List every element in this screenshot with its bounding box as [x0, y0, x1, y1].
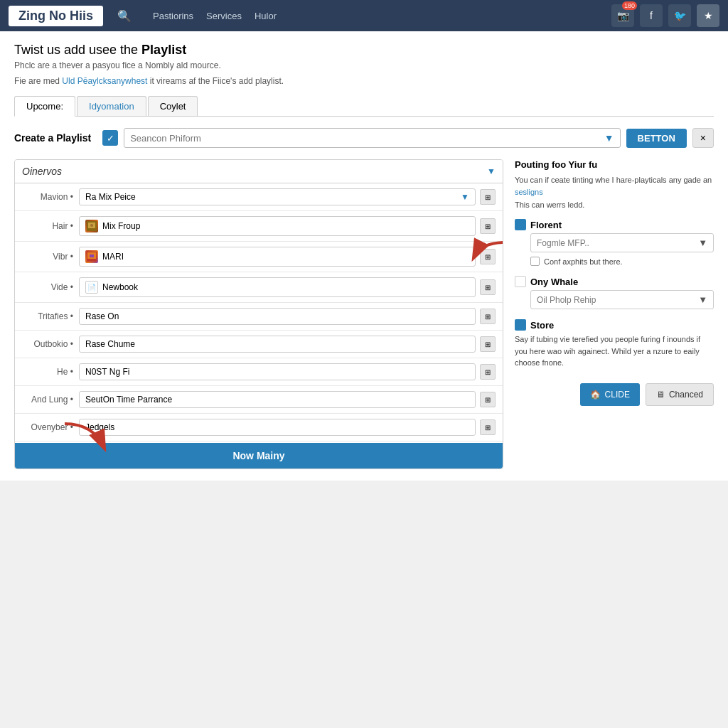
page-description: Fie are med Uld Pēaylcksanywhest it vire…: [14, 76, 714, 86]
form-row-he: He N0ST Ng Fi ⊞: [15, 358, 503, 386]
ovenyber-edit-button[interactable]: ⊞: [480, 419, 496, 435]
florent-dropdown-value: Fogmle MFP..: [537, 238, 589, 248]
form-row-tritafies: Tritafies Rase On ⊞: [15, 303, 503, 331]
page-desc-suffix: it vireams af the Fiice's add playlist.: [147, 76, 284, 86]
vide-edit-button[interactable]: ⊞: [480, 279, 496, 295]
label-andlung: And Lung: [22, 395, 79, 405]
florent-checkbox[interactable]: [515, 219, 526, 230]
page-desc-link[interactable]: Uld Pēaylcksanywhest: [62, 76, 147, 86]
right-bottom-buttons: 🏠 CLIDE 🖥 Chanced: [515, 383, 714, 406]
florent-suboption: Conf axphits but there.: [530, 257, 714, 266]
nav-link-hulor[interactable]: Hulor: [255, 11, 277, 21]
svg-point-2: [90, 224, 93, 227]
chanced-button[interactable]: 🖥 Chanced: [646, 383, 714, 406]
vide-value: Newbook: [102, 282, 469, 292]
notification-button[interactable]: 📷 180: [611, 4, 634, 27]
florent-label: Florent: [530, 220, 562, 230]
vibr-edit-button[interactable]: ⊞: [480, 249, 496, 264]
option-store: Store Say if tubing vie terefied you peo…: [515, 319, 714, 369]
he-edit-button[interactable]: ⊞: [480, 364, 496, 380]
search-dropdown-arrow[interactable]: ▼: [604, 132, 614, 144]
search-input[interactable]: [130, 133, 601, 144]
field-mavion[interactable]: Ra Mix Peice ▼: [79, 188, 476, 205]
mavion-arrow-icon: ▼: [461, 192, 469, 202]
label-outbokio: Outbokio: [22, 339, 79, 349]
field-hair: Mix Froup: [79, 216, 476, 236]
left-panel-header: Oinervos ▼: [15, 160, 503, 183]
right-panel-title: Pouting foo Yiur fu: [515, 159, 714, 170]
field-vide: 📄 Newbook: [79, 277, 476, 297]
search-icon[interactable]: 🔍: [117, 9, 132, 23]
right-desc-text: You can if ceate tinting whe I hare-play…: [515, 176, 712, 184]
mavion-edit-button[interactable]: ⊞: [480, 189, 496, 205]
form-row-andlung: And Lung SeutOn Time Parrance ⊞: [15, 386, 503, 414]
right-desc-link[interactable]: sesligns: [515, 188, 543, 196]
label-mavion: Mavion: [22, 192, 79, 202]
form-row-outbokio: Outbokio Rase Chume ⊞: [15, 331, 503, 358]
nav-icon-group: 📷 180 f 🐦 ★: [611, 4, 719, 27]
site-logo: Zing No Hiis: [9, 6, 103, 26]
clide-label: CLIDE: [605, 390, 630, 400]
page-title: Twist us add usee the Playlist: [14, 43, 714, 58]
vide-icon: 📄: [85, 281, 98, 294]
option-onywhale-header: Ony Whale: [515, 276, 714, 287]
option-store-header: Store: [515, 319, 714, 331]
chanced-icon: 🖥: [656, 390, 665, 400]
label-tritafies: Tritafies: [22, 311, 79, 321]
left-panel-dropdown-icon[interactable]: ▼: [487, 166, 496, 176]
facebook-button[interactable]: f: [640, 4, 663, 27]
onywhale-label: Ony Whale: [530, 277, 578, 287]
field-vibr: MARI: [79, 247, 476, 267]
hair-edit-button[interactable]: ⊞: [480, 218, 496, 234]
notification-badge: 180: [622, 1, 637, 10]
form-row-ovenyber: Ovenyber Jedgels ⊞: [15, 414, 503, 441]
florent-sub-checkbox[interactable]: [530, 257, 540, 266]
he-value: N0ST Ng Fi: [85, 367, 469, 377]
label-ovenyber: Ovenyber: [22, 422, 79, 432]
store-description: Say if tubing vie terefied you people fu…: [515, 333, 714, 369]
onywhale-dropdown[interactable]: Oil Pholp Rehip ▼: [530, 290, 714, 309]
tab-idyomation[interactable]: Idyomation: [77, 96, 146, 116]
field-ovenyber: Jedgels: [79, 419, 476, 436]
toolbar-row: Create a Playlist ✓ ▼ BETTON ×: [14, 128, 714, 148]
close-button[interactable]: ×: [692, 128, 714, 148]
add-button-container: Now Mainy: [15, 441, 503, 469]
nav-link-services[interactable]: Services: [206, 11, 242, 21]
tabs-container: Upcome: Idyomation Coylet: [14, 96, 714, 117]
betton-button[interactable]: BETTON: [626, 129, 687, 148]
page-subtitle: Phclc are a thever a pasyou fice a Nombl…: [14, 60, 714, 70]
store-label: Store: [530, 320, 554, 331]
option-florent-header: Florent: [515, 219, 714, 230]
tab-coylet[interactable]: Coylet: [148, 96, 198, 116]
outbokio-edit-button[interactable]: ⊞: [480, 336, 496, 352]
form-row-hair: Hair Mix Froup ⊞: [15, 211, 503, 242]
store-checkbox[interactable]: [515, 319, 526, 331]
form-row-vide: Vide 📄 Newbook ⊞: [15, 272, 503, 303]
right-panel: Pouting foo Yiur fu You can if ceate tin…: [515, 159, 714, 469]
form-row-mavion: Mavion Ra Mix Peice ▼ ⊞: [15, 183, 503, 211]
left-panel: Oinervos ▼ Mavion Ra Mix Peice ▼ ⊞ Hair: [14, 159, 503, 469]
florent-sub-label: Conf axphits but there.: [544, 257, 623, 266]
vibr-value: MARI: [102, 252, 469, 262]
option-onywhale: Ony Whale Oil Pholp Rehip ▼: [515, 276, 714, 309]
florent-dropdown[interactable]: Fogmle MFP.. ▼: [530, 233, 714, 252]
add-button[interactable]: Now Mainy: [15, 443, 503, 469]
onywhale-dropdown-arrow: ▼: [698, 294, 707, 305]
favorites-button[interactable]: ★: [697, 4, 719, 27]
outbokio-value: Rase Chume: [85, 339, 469, 349]
tritafies-value: Rase On: [85, 311, 469, 321]
toolbar-search-field[interactable]: ▼: [124, 128, 620, 148]
andlung-edit-button[interactable]: ⊞: [480, 392, 496, 407]
clide-button[interactable]: 🏠 CLIDE: [580, 383, 640, 406]
field-outbokio: Rase Chume: [79, 336, 476, 353]
twitter-button[interactable]: 🐦: [668, 4, 691, 27]
label-hair: Hair: [22, 221, 79, 231]
form-row-vibr: Vibr MARI ⊞: [15, 242, 503, 272]
onywhale-checkbox[interactable]: [515, 276, 526, 287]
tab-upcome[interactable]: Upcome:: [14, 96, 75, 117]
tritafies-edit-button[interactable]: ⊞: [480, 309, 496, 324]
nav-link-pastiorins[interactable]: Pastiorins: [153, 11, 193, 21]
field-tritafies: Rase On: [79, 308, 476, 325]
option-florent: Florent Fogmle MFP.. ▼ Conf axphits but …: [515, 219, 714, 266]
toolbar-checkbox[interactable]: ✓: [102, 130, 118, 146]
